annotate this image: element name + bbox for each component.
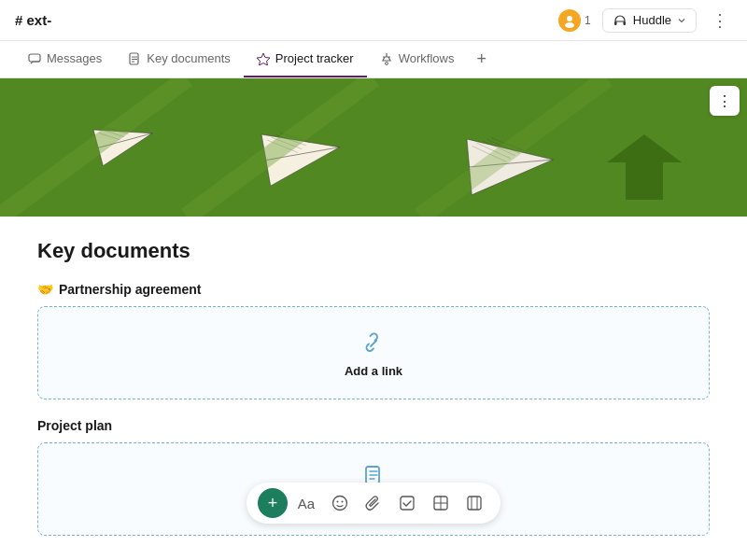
svg-point-0	[567, 16, 572, 21]
toolbar-check-button[interactable]	[392, 488, 422, 518]
tab-workflows[interactable]: Workflows	[367, 41, 468, 77]
svg-point-10	[385, 62, 388, 64]
add-link-label: Add a link	[345, 364, 402, 378]
add-tab-button[interactable]: +	[467, 41, 496, 77]
section-partnership-heading: 🤝 Partnership agreement	[37, 282, 710, 297]
project-plan-box[interactable]: + Aa	[37, 442, 710, 536]
toolbar-table-button[interactable]	[426, 488, 456, 518]
huddle-label: Huddle	[633, 13, 671, 27]
toolbar-emoji-button[interactable]	[325, 488, 355, 518]
toolbar-attach-button[interactable]	[359, 488, 388, 518]
content-area: Key documents 🤝 Partnership agreement Ad…	[0, 217, 747, 560]
svg-point-37	[337, 501, 339, 503]
svg-rect-4	[29, 54, 40, 62]
tab-key-documents-label: Key documents	[147, 51, 231, 65]
top-bar: # ext- 1 Huddle ⋮	[0, 0, 747, 41]
tab-messages[interactable]: Messages	[15, 41, 115, 77]
tab-key-documents[interactable]: Key documents	[115, 41, 244, 77]
emoji-icon	[331, 495, 348, 511]
add-link-box[interactable]: Add a link	[37, 306, 710, 399]
partnership-label: Partnership agreement	[59, 282, 202, 297]
page-title: Key documents	[37, 239, 710, 263]
tab-messages-label: Messages	[47, 51, 102, 65]
tab-project-tracker-label: Project tracker	[275, 51, 354, 65]
message-icon	[28, 52, 41, 65]
svg-point-1	[565, 22, 574, 28]
avatar	[558, 9, 581, 32]
section-project-plan-heading: Project plan	[37, 418, 710, 433]
tab-workflows-label: Workflows	[399, 51, 455, 65]
channel-name: # ext-	[15, 12, 51, 28]
add-link-inner: Add a link	[326, 310, 421, 397]
huddle-button[interactable]: Huddle	[602, 8, 697, 33]
avatar-count: 1	[585, 14, 591, 27]
toolbar-text-button[interactable]: Aa	[291, 488, 321, 518]
headphone-icon	[613, 13, 627, 28]
svg-rect-43	[468, 497, 481, 510]
chevron-down-icon	[677, 16, 686, 25]
workflow-icon	[380, 52, 393, 65]
avatar-group: 1	[558, 9, 591, 32]
banner-more-button[interactable]: ⋮	[710, 86, 740, 116]
svg-rect-3	[623, 21, 626, 25]
columns-icon	[466, 495, 483, 511]
hero-banner: ⋮	[0, 78, 747, 217]
tabs-bar: Messages Key documents Project tracker W…	[0, 41, 747, 78]
project-plan-label: Project plan	[37, 418, 112, 433]
text-format-label: Aa	[298, 496, 315, 511]
top-bar-right: 1 Huddle ⋮	[558, 7, 732, 35]
paperclip-icon	[365, 495, 382, 511]
toolbar-add-button[interactable]: +	[258, 488, 288, 518]
link-icon	[359, 329, 388, 358]
svg-rect-39	[401, 497, 414, 510]
svg-point-38	[342, 501, 344, 503]
svg-rect-2	[614, 21, 617, 25]
editor-toolbar: + Aa	[247, 483, 500, 524]
partnership-emoji: 🤝	[37, 282, 53, 297]
checkbox-icon	[399, 495, 416, 511]
document-icon	[128, 52, 141, 65]
more-button[interactable]: ⋮	[708, 7, 732, 35]
svg-marker-9	[257, 53, 270, 65]
tracker-icon	[257, 52, 270, 65]
top-bar-left: # ext-	[15, 12, 51, 28]
svg-point-36	[333, 497, 347, 511]
tab-project-tracker[interactable]: Project tracker	[244, 41, 367, 77]
toolbar-columns-button[interactable]	[459, 488, 489, 518]
table-icon	[432, 495, 449, 511]
